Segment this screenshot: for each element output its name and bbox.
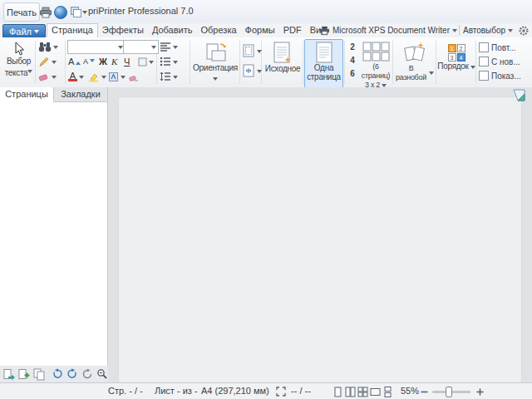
line-spacing-icon xyxy=(160,71,171,81)
quick-print-button[interactable] xyxy=(38,5,52,19)
chevron-down-icon xyxy=(151,46,156,52)
zoom-out-pages-button[interactable] xyxy=(96,367,109,381)
printer-select[interactable]: Microsoft XPS Document Writer xyxy=(319,24,457,37)
page-icon xyxy=(316,42,332,63)
sidebar-tab-pages[interactable]: Страницы xyxy=(0,87,54,102)
arrow-down-icon xyxy=(90,59,95,65)
font-color-button[interactable]: А xyxy=(67,70,85,83)
zoom-out-button[interactable] xyxy=(420,387,429,397)
file-menu-button[interactable]: Файл xyxy=(2,24,46,38)
chevron-down-icon xyxy=(452,29,457,35)
checkbox-new-sheet[interactable]: С нов... xyxy=(479,57,520,66)
chevron-down-icon xyxy=(82,11,87,17)
sidebar: Страницы Закладки xyxy=(0,87,108,382)
original-view-button[interactable]: Исходное xyxy=(263,39,303,88)
rotate-right-button[interactable] xyxy=(66,367,79,381)
status-paper-size: A4 (297,210 мм) xyxy=(201,383,269,399)
zoom-in-button[interactable] xyxy=(475,387,485,397)
eraser-icon xyxy=(38,71,50,82)
line-spacing-button[interactable] xyxy=(159,70,179,83)
six-pages-button[interactable]: (6 страниц) 3 x 2 xyxy=(358,39,393,88)
one-page-button[interactable]: Одна страница xyxy=(304,39,343,88)
bold-button[interactable]: Ж xyxy=(98,55,108,68)
preview-area[interactable] xyxy=(108,87,532,382)
margins-button[interactable] xyxy=(241,44,263,57)
checkbox-repeat[interactable]: Повт... xyxy=(479,42,516,52)
grow-font-button[interactable]: А xyxy=(67,55,81,68)
view-facing-button[interactable] xyxy=(345,387,356,397)
font-family-select[interactable] xyxy=(67,40,126,54)
zoom-slider-thumb[interactable] xyxy=(446,387,452,397)
order-grid-icon: 1 2 3 4 xyxy=(448,44,466,62)
text-style-button[interactable] xyxy=(107,70,126,83)
tab-forms[interactable]: Формы xyxy=(241,23,279,37)
chevron-down-icon xyxy=(257,70,262,76)
printer-icon xyxy=(39,7,52,18)
edit-text-button[interactable] xyxy=(37,55,57,68)
erase-button[interactable] xyxy=(37,70,57,83)
select-text-button[interactable]: Выбор текста xyxy=(2,39,35,88)
page-curl-icon[interactable] xyxy=(513,89,525,101)
tab-insert[interactable]: Добавить xyxy=(148,23,197,37)
highlight-button[interactable] xyxy=(87,70,107,83)
page-copy-button[interactable] xyxy=(32,367,46,381)
quick-access-customize-button[interactable] xyxy=(68,5,88,19)
printer-select-value: Microsoft XPS Document Writer xyxy=(332,26,450,35)
page-export-button[interactable] xyxy=(2,367,16,381)
arrow-up-icon xyxy=(76,59,81,65)
refresh-button[interactable] xyxy=(81,367,94,381)
view-continuous-button[interactable] xyxy=(382,387,393,397)
page-insert-button[interactable] xyxy=(17,367,31,381)
font-size-select[interactable] xyxy=(123,40,159,54)
ribbon-tabs: Страница Эффекты Добавить Обрезка Формы … xyxy=(47,23,331,37)
print-button[interactable]: Печать xyxy=(3,2,40,22)
shuffle-pages-button[interactable]: В разнобой xyxy=(394,39,435,88)
sidebar-tab-bookmarks[interactable]: Закладки xyxy=(54,87,108,101)
six-pages-quick-button[interactable]: 6 xyxy=(347,67,358,79)
print-button-label: Печать xyxy=(7,7,37,17)
tab-pdf[interactable]: PDF xyxy=(279,23,306,37)
zoom-level: 55% xyxy=(401,383,419,399)
underline-button[interactable]: Ч xyxy=(123,55,131,68)
list-button[interactable] xyxy=(159,55,179,68)
align-button[interactable] xyxy=(159,40,179,53)
view-grid-button[interactable] xyxy=(357,387,368,397)
more-font-options-button[interactable] xyxy=(137,55,155,68)
find-button[interactable] xyxy=(37,40,59,53)
italic-button[interactable]: К xyxy=(111,55,118,68)
page-order-button[interactable]: 1 2 3 4 Порядок xyxy=(437,39,475,88)
ribbon: Выбор текста А А Ж К Ч xyxy=(0,37,532,88)
pages-panel[interactable] xyxy=(0,102,108,366)
pencil-icon xyxy=(38,56,50,67)
margins-icon xyxy=(242,44,255,57)
paper-size-button[interactable] xyxy=(241,64,263,77)
text-effects-icon xyxy=(138,57,147,66)
chevron-down-icon xyxy=(508,29,513,35)
ribbon-tab-bar: Файл Страница Эффекты Добавить Обрезка Ф… xyxy=(0,23,532,37)
auto-select-label: Автовыбор xyxy=(463,26,505,35)
settings-button[interactable] xyxy=(517,24,530,37)
shrink-font-button[interactable]: А xyxy=(82,55,96,68)
checkbox-show[interactable]: Показ... xyxy=(479,71,521,81)
sidebar-toolbar xyxy=(0,366,111,382)
clear-format-button[interactable] xyxy=(127,70,140,83)
rotate-left-button[interactable] xyxy=(51,367,64,381)
status-bar: Стр. - / - Лист - из - A4 (297,210 мм) -… xyxy=(0,382,532,399)
view-width-button[interactable] xyxy=(370,387,381,397)
four-pages-button[interactable]: 4 xyxy=(347,54,358,66)
about-button[interactable] xyxy=(53,5,67,19)
view-single-button[interactable] xyxy=(332,387,343,397)
tab-crop[interactable]: Обрезка xyxy=(197,23,241,37)
status-coordinates: -- / -- xyxy=(291,383,311,399)
file-menu-label: Файл xyxy=(9,27,32,37)
paper-auto-select[interactable]: Автовыбор xyxy=(463,24,513,37)
orientation-button[interactable]: Ориентация xyxy=(192,39,239,88)
blue-orb-icon xyxy=(54,6,67,19)
chevron-down-icon xyxy=(213,77,218,83)
status-sheet: Лист - из - xyxy=(155,383,198,399)
chevron-down-icon xyxy=(27,70,32,76)
page-sheet[interactable] xyxy=(118,96,522,382)
two-pages-button[interactable]: 2 xyxy=(347,41,358,52)
tab-page[interactable]: Страница xyxy=(47,23,98,37)
tab-effects[interactable]: Эффекты xyxy=(98,23,148,37)
